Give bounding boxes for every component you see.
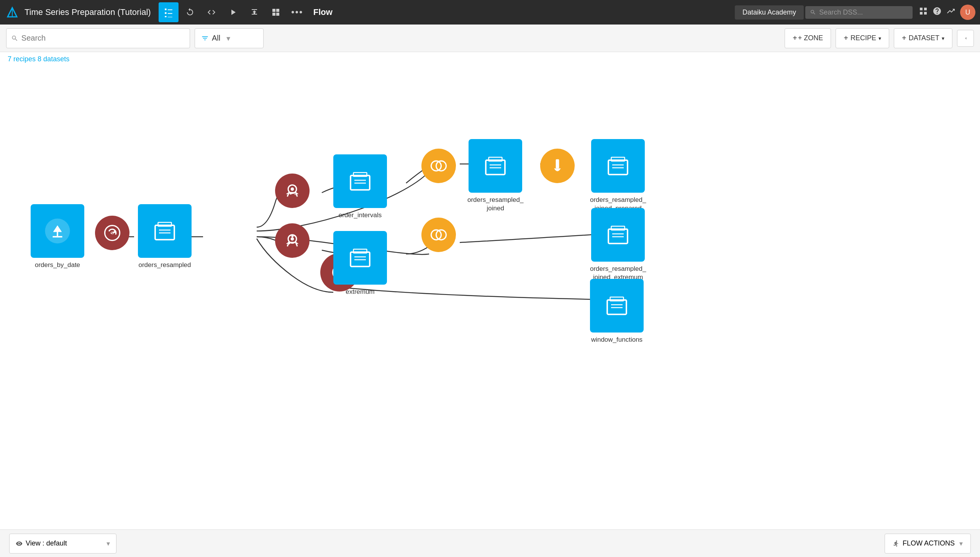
recipe-circle[interactable] <box>540 149 575 183</box>
node-extremum[interactable]: extremum <box>333 231 387 296</box>
node-label: orders_resampled_ joined <box>467 196 523 213</box>
dataset-box[interactable] <box>333 231 387 285</box>
recipe-circle[interactable] <box>421 218 456 252</box>
more-btn[interactable]: ••• <box>287 2 307 22</box>
plus-icon: + <box>844 34 848 43</box>
flow-nav-btn[interactable] <box>159 2 179 22</box>
help-icon[interactable] <box>932 7 942 18</box>
svg-text:S: S <box>111 231 113 235</box>
recipe-circle[interactable]: S <box>95 216 129 250</box>
dataset-label: DATASET <box>909 34 939 42</box>
trending-icon[interactable] <box>946 7 955 18</box>
add-recipe-btn[interactable]: + RECIPE ▾ <box>836 28 889 48</box>
node-recipe-join1[interactable]: ✦ <box>275 223 310 258</box>
dataset-box[interactable] <box>138 204 192 258</box>
plus-icon: + <box>902 34 906 43</box>
svg-rect-52 <box>556 159 559 169</box>
flow-canvas: orders_by_date S orders_resampled <box>0 66 980 507</box>
datasets-label[interactable]: datasets <box>43 55 69 63</box>
dataset-box[interactable] <box>590 279 644 333</box>
node-orders-resampled-joined-prepared[interactable]: orders_resampled_ joined_prepared <box>590 139 646 213</box>
view-label: View : default <box>26 539 67 547</box>
refresh-btn[interactable] <box>180 2 200 22</box>
filter-label: All <box>212 34 220 43</box>
view-select[interactable]: View : default ▾ <box>9 534 116 554</box>
dataset-box[interactable] <box>591 139 645 193</box>
dataset-box[interactable] <box>591 208 645 262</box>
recipe-circle[interactable] <box>421 149 456 183</box>
node-recipe-prepare[interactable] <box>540 149 575 183</box>
svg-rect-4 <box>272 13 275 16</box>
svg-point-33 <box>288 242 290 244</box>
user-avatar[interactable]: U <box>960 5 975 20</box>
node-recipe-join-yellow2[interactable] <box>421 218 456 252</box>
bottom-bar: View : default ▾ FLOW ACTIONS ▾ <box>0 529 980 557</box>
global-search[interactable] <box>805 6 913 19</box>
node-recipe-resample[interactable]: ⚙ <box>275 174 310 208</box>
recipe-circle[interactable]: ✦ <box>275 223 310 258</box>
filter-dropdown[interactable]: All ▾ <box>195 28 264 48</box>
svg-rect-3 <box>276 9 279 12</box>
dataset-box[interactable] <box>333 154 387 208</box>
flow-search-box[interactable] <box>6 28 190 48</box>
node-label: extremum <box>346 288 375 296</box>
flow-label: Flow <box>313 7 333 17</box>
add-zone-btn[interactable]: + + ZONE <box>785 28 831 48</box>
dataset-box[interactable] <box>31 204 84 258</box>
svg-text:⚙: ⚙ <box>294 192 297 196</box>
node-label: order_intervals <box>339 211 382 220</box>
svg-point-24 <box>291 187 294 191</box>
flow-actions-label: FLOW ACTIONS <box>903 539 955 547</box>
node-label: orders_resampled <box>138 261 191 269</box>
flow-toolbar: All ▾ + + ZONE + RECIPE ▾ + DATASET ▾ <box>0 25 980 52</box>
node-orders-resampled[interactable]: orders_resampled <box>138 204 192 269</box>
dataset-box[interactable] <box>469 139 522 193</box>
recipes-count: 7 <box>8 55 11 63</box>
add-dataset-btn[interactable]: + DATASET ▾ <box>894 28 952 48</box>
recipe-label: RECIPE <box>851 34 876 42</box>
flow-search-input[interactable] <box>21 34 185 43</box>
svg-rect-5 <box>276 13 279 16</box>
app-logo[interactable] <box>5 5 20 20</box>
grid-icon[interactable] <box>919 7 928 18</box>
node-orders-by-date[interactable]: orders_by_date <box>31 204 84 269</box>
caret-icon: ▾ <box>878 35 881 41</box>
node-window-functions[interactable]: window_functions <box>590 279 644 344</box>
connections-svg <box>0 66 980 507</box>
plus-icon: + <box>793 34 797 43</box>
node-label: orders_by_date <box>35 261 80 269</box>
project-title: Time Series Preparation (Tutorial) <box>25 7 151 17</box>
node-recipe-sync[interactable]: S <box>95 216 129 250</box>
svg-point-27 <box>289 192 292 195</box>
flow-actions-caret: ▾ <box>959 539 963 548</box>
node-recipe-join-yellow1[interactable] <box>421 149 456 183</box>
view-caret: ▾ <box>107 539 110 548</box>
global-search-input[interactable] <box>819 8 908 16</box>
zone-label: + ZONE <box>798 34 823 42</box>
datasets-count: 8 <box>38 55 41 63</box>
node-orders-resampled-joined[interactable]: orders_resampled_ joined <box>467 139 523 213</box>
academy-btn[interactable]: Dataiku Academy <box>735 5 804 20</box>
flow-actions-btn[interactable]: FLOW ACTIONS ▾ <box>885 534 971 554</box>
recipes-label[interactable]: recipes <box>13 55 36 63</box>
code-btn[interactable] <box>202 2 221 22</box>
run-btn[interactable] <box>223 2 243 22</box>
svg-rect-2 <box>272 9 275 12</box>
node-label: window_functions <box>591 336 642 344</box>
top-right-icons: U <box>919 5 975 20</box>
node-order-intervals[interactable]: order_intervals <box>333 154 387 220</box>
node-orders-resampled-joined-extremum[interactable]: orders_resampled_ joined_extremum <box>590 208 646 282</box>
deploy-btn[interactable] <box>244 2 264 22</box>
collapse-panel-btn[interactable] <box>957 30 974 47</box>
stats-bar: 7 recipes 8 datasets <box>0 52 980 66</box>
top-navigation: Time Series Preparation (Tutorial) ••• F… <box>0 0 980 25</box>
caret-icon: ▾ <box>942 35 944 41</box>
dashboard-btn[interactable] <box>266 2 286 22</box>
recipe-circle[interactable]: ⚙ <box>275 174 310 208</box>
svg-text:✦: ✦ <box>290 233 295 239</box>
